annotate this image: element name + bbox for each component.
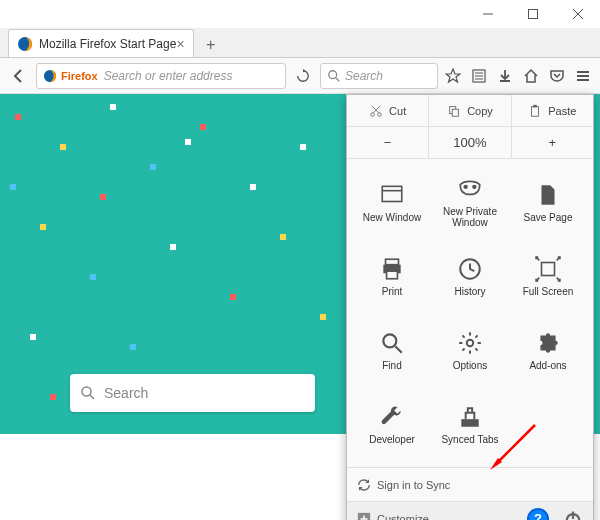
svg-rect-26 [534, 104, 538, 107]
firefox-identity-icon [43, 69, 57, 83]
minimize-button[interactable] [465, 0, 510, 28]
reading-list-button[interactable] [466, 62, 492, 90]
search-icon [80, 385, 96, 401]
printer-icon [379, 256, 405, 282]
fullscreen-icon [535, 256, 561, 282]
back-button[interactable] [4, 61, 34, 91]
sync-icon [357, 478, 371, 492]
svg-rect-1 [528, 10, 537, 19]
svg-point-38 [467, 339, 474, 346]
svg-point-6 [329, 70, 337, 78]
menu-item-new-window[interactable]: New Window [355, 167, 429, 237]
bookmark-star-button[interactable] [440, 62, 466, 90]
search-bar[interactable]: Search [320, 63, 438, 89]
menu-item-developer[interactable]: Developer [355, 389, 429, 459]
close-window-button[interactable] [555, 0, 600, 28]
window-icon [379, 182, 405, 208]
url-identity-label: Firefox [61, 70, 98, 82]
nav-bar: Firefox Search or enter address Search [0, 58, 600, 94]
menu-item-options[interactable]: Options [433, 315, 507, 385]
clock-icon [457, 256, 483, 282]
menu-item-addons[interactable]: Add-ons [511, 315, 585, 385]
svg-rect-33 [387, 271, 398, 279]
reload-button[interactable] [288, 61, 318, 91]
copy-button[interactable]: Copy [429, 95, 511, 126]
gear-icon [457, 330, 483, 356]
paste-icon [528, 104, 542, 118]
maximize-button[interactable] [510, 0, 555, 28]
toolbar-icons [440, 62, 596, 90]
home-search-input[interactable]: Search [70, 374, 315, 412]
zoom-level[interactable]: 100% [429, 127, 511, 158]
svg-rect-27 [382, 186, 402, 201]
customize-row: Customize ? [347, 501, 593, 520]
menu-item-new-private-window[interactable]: New Private Window [433, 167, 507, 237]
zoom-in-button[interactable]: + [512, 127, 593, 158]
url-bar[interactable]: Firefox Search or enter address [36, 63, 286, 89]
url-placeholder: Search or enter address [104, 69, 233, 83]
zoom-out-button[interactable]: − [347, 127, 429, 158]
svg-rect-35 [542, 262, 555, 275]
svg-rect-39 [461, 419, 478, 427]
quit-button[interactable] [563, 509, 583, 521]
svg-rect-24 [452, 109, 458, 116]
help-button[interactable]: ? [527, 508, 549, 521]
firefox-favicon-icon [17, 36, 33, 52]
downloads-button[interactable] [492, 62, 518, 90]
cut-button[interactable]: Cut [347, 95, 429, 126]
plus-box-icon [357, 512, 371, 521]
svg-rect-25 [532, 106, 539, 116]
svg-point-17 [82, 387, 91, 396]
svg-point-29 [464, 185, 468, 189]
menu-item-synced-tabs[interactable]: Synced Tabs [433, 389, 507, 459]
pocket-button[interactable] [544, 62, 570, 90]
svg-rect-31 [386, 259, 399, 264]
home-button[interactable] [518, 62, 544, 90]
home-search-placeholder: Search [104, 385, 148, 401]
svg-point-36 [383, 334, 396, 347]
search-placeholder: Search [345, 69, 383, 83]
svg-line-7 [336, 77, 340, 81]
svg-point-20 [378, 112, 382, 116]
svg-line-18 [90, 395, 94, 399]
tab-close-icon[interactable]: × [176, 36, 184, 52]
document-icon [535, 182, 561, 208]
menu-item-history[interactable]: History [433, 241, 507, 311]
mask-icon [457, 176, 483, 202]
svg-line-22 [372, 105, 379, 112]
paste-button[interactable]: Paste [512, 95, 593, 126]
menu-item-full-screen[interactable]: Full Screen [511, 241, 585, 311]
search-icon [327, 69, 341, 83]
hamburger-menu-panel: Cut Copy Paste − 100% + New Window New P… [346, 94, 594, 520]
zoom-row: − 100% + [347, 127, 593, 159]
svg-line-37 [395, 346, 402, 353]
sign-in-label: Sign in to Sync [377, 479, 450, 491]
menu-item-print[interactable]: Print [355, 241, 429, 311]
edit-row: Cut Copy Paste [347, 95, 593, 127]
synced-tabs-icon [457, 404, 483, 430]
menu-item-save-page[interactable]: Save Page [511, 167, 585, 237]
menu-grid: New Window New Private Window Save Page … [347, 159, 593, 467]
window-titlebar [0, 0, 600, 28]
svg-point-30 [472, 185, 476, 189]
copy-icon [447, 104, 461, 118]
wrench-icon [379, 404, 405, 430]
tab-bar: Mozilla Firefox Start Page × + [0, 28, 600, 58]
new-tab-button[interactable]: + [198, 33, 224, 57]
menu-item-find[interactable]: Find [355, 315, 429, 385]
hamburger-menu-button[interactable] [570, 62, 596, 90]
puzzle-icon [535, 330, 561, 356]
customize-label[interactable]: Customize [377, 513, 429, 521]
scissors-icon [369, 104, 383, 118]
tab-active[interactable]: Mozilla Firefox Start Page × [8, 29, 194, 57]
svg-line-21 [373, 105, 380, 112]
svg-point-19 [371, 112, 375, 116]
magnifier-icon [379, 330, 405, 356]
sign-in-row[interactable]: Sign in to Sync [347, 467, 593, 501]
tab-title: Mozilla Firefox Start Page [39, 37, 176, 51]
